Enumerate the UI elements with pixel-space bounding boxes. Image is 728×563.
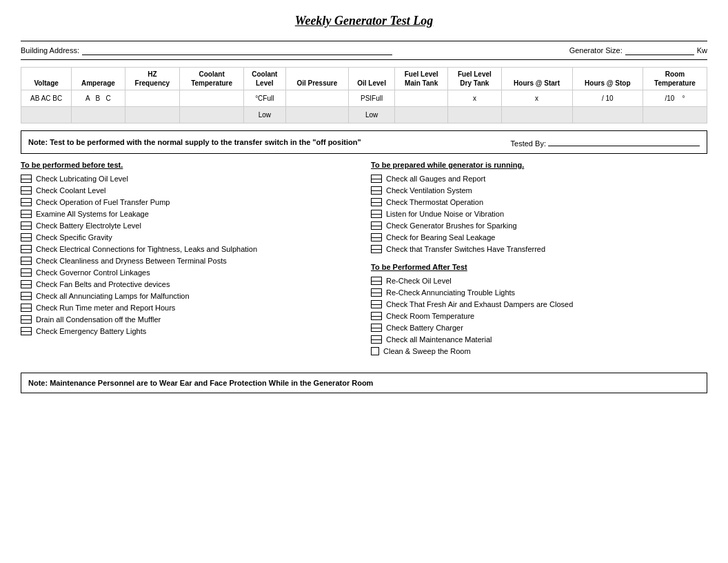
item-thermostat-operation: Check Thermostat Operation (371, 198, 707, 206)
checkbox-emergency-battery-lights[interactable] (21, 327, 32, 335)
item-generator-brushes: Check Generator Brushes for Sparking (371, 221, 707, 230)
item-clean-sweep: Clean & Sweep the Room (371, 347, 707, 355)
item-fan-belts-label: Check Fan Belts and Protective devices (36, 280, 170, 288)
checkbox-room-temperature[interactable] (371, 312, 382, 320)
checkbox-recheck-trouble-lights[interactable] (371, 288, 382, 297)
checkbox-fresh-air-dampers[interactable] (371, 300, 382, 308)
checkbox-run-time-meter[interactable] (21, 304, 32, 312)
r2-fuel-dry[interactable] (448, 107, 501, 124)
r2-coolant-temp[interactable] (180, 107, 244, 124)
checkbox-thermostat-operation[interactable] (371, 198, 382, 206)
item-noise-vibration-label: Listen for Undue Noise or Vibration (386, 210, 504, 218)
col-voltage: Voltage (21, 68, 72, 90)
checkbox-ventilation-system[interactable] (371, 186, 382, 195)
r1-hours-stop[interactable]: / 10 (572, 90, 643, 107)
checkbox-transfer-switches[interactable] (371, 245, 382, 253)
checkbox-coolant-level[interactable] (21, 186, 32, 195)
item-condensation-label: Drain all Condensation off the Muffler (36, 315, 161, 324)
item-clean-sweep-label: Clean & Sweep the Room (383, 347, 471, 355)
during-test-title: To be prepared while generator is runnin… (371, 161, 707, 169)
bottom-note-text: Note: Maintenance Personnel are to Wear … (28, 379, 373, 387)
item-electrical-connections: Check Electrical Connections for Tightne… (21, 245, 357, 253)
r1-oil-level[interactable]: PSIFull (349, 90, 395, 107)
page-title: Weekly Generator Test Log (21, 14, 707, 28)
checkbox-gauges-report[interactable] (371, 175, 382, 183)
item-ventilation-system: Check Ventilation System (371, 186, 707, 195)
r1-hours-start[interactable]: x (501, 90, 572, 107)
checkbox-specific-gravity[interactable] (21, 233, 32, 241)
col-coolant-temp: CoolantTemperature (180, 68, 244, 90)
col-hours-start: Hours @ Start (501, 68, 572, 90)
item-bearing-seal: Check for Bearing Seal Leakage (371, 233, 707, 241)
checkbox-battery-charger[interactable] (371, 324, 382, 332)
r1-oil-pressure[interactable] (285, 90, 349, 107)
r1-room-temp[interactable]: /10 ° (643, 90, 707, 107)
note-row: Note: Test to be performed with the norm… (21, 130, 707, 154)
checkbox-systems-leakage[interactable] (21, 210, 32, 218)
r2-voltage[interactable] (21, 107, 72, 124)
checkbox-fuel-transfer-pump[interactable] (21, 198, 32, 206)
checkbox-governor-linkages[interactable] (21, 268, 32, 277)
r2-hours-start[interactable] (501, 107, 572, 124)
r2-hours-stop[interactable] (572, 107, 643, 124)
checkbox-clean-sweep[interactable] (371, 347, 379, 355)
item-noise-vibration: Listen for Undue Noise or Vibration (371, 210, 707, 218)
item-maintenance-material-label: Check all Maintenance Material (386, 335, 492, 344)
r1-coolant-level[interactable]: °CFull (244, 90, 285, 107)
item-run-time-meter-label: Check Run Time meter and Report Hours (36, 304, 175, 312)
column-headers-row: Voltage Amperage HZFrequency CoolantTemp… (21, 68, 707, 90)
r2-oil-pressure[interactable] (285, 107, 349, 124)
generator-size-field[interactable] (625, 46, 694, 55)
r1-fuel-main[interactable] (395, 90, 448, 107)
item-lubricating-oil-label: Check Lubricating Oil Level (36, 175, 128, 183)
checkbox-annunciating-lamps[interactable] (21, 292, 32, 300)
item-governor-linkages-label: Check Governor Control Linkages (36, 268, 150, 277)
checkbox-bearing-seal[interactable] (371, 233, 382, 241)
item-systems-leakage: Examine All Systems for Leakage (21, 210, 357, 218)
col-coolant-level: CoolantLevel (244, 68, 285, 90)
checkbox-battery-electrolyte[interactable] (21, 221, 32, 230)
item-room-temperature: Check Room Temperature (371, 312, 707, 320)
r2-amperage[interactable] (72, 107, 125, 124)
tested-by-field[interactable] (548, 137, 700, 146)
checkbox-noise-vibration[interactable] (371, 210, 382, 218)
checkbox-recheck-oil[interactable] (371, 277, 382, 285)
r2-room-temp[interactable] (643, 107, 707, 124)
item-condensation: Drain all Condensation off the Muffler (21, 315, 357, 324)
checkbox-cleanliness[interactable] (21, 257, 32, 265)
col-hours-stop: Hours @ Stop (572, 68, 643, 90)
r1-voltage[interactable]: AB AC BC (21, 90, 72, 107)
r1-hz[interactable] (125, 90, 180, 107)
item-annunciating-lamps: Check all Annunciating Lamps for Malfunc… (21, 292, 357, 300)
item-recheck-oil-label: Re-Check Oil Level (386, 277, 452, 285)
tested-by-label: Tested By: (511, 139, 546, 148)
item-cleanliness-label: Check Cleanliness and Dryness Between Te… (36, 257, 227, 265)
checkbox-condensation[interactable] (21, 315, 32, 324)
building-address-field[interactable] (82, 46, 392, 55)
r1-amperage[interactable]: A B C (72, 90, 125, 107)
col-fuel-main: Fuel LevelMain Tank (395, 68, 448, 90)
checkbox-generator-brushes[interactable] (371, 221, 382, 230)
checkbox-lubricating-oil[interactable] (21, 175, 32, 183)
item-fuel-transfer-pump: Check Operation of Fuel Transfer Pump (21, 198, 357, 206)
generator-size-unit: Kw (697, 46, 707, 55)
checkbox-maintenance-material[interactable] (371, 335, 382, 344)
r2-fuel-main[interactable] (395, 107, 448, 124)
col-oil-pressure: Oil Pressure (285, 68, 349, 90)
item-generator-brushes-label: Check Generator Brushes for Sparking (386, 221, 517, 230)
item-thermostat-operation-label: Check Thermostat Operation (386, 198, 483, 206)
r2-hz[interactable] (125, 107, 180, 124)
generator-size: Generator Size: Kw (569, 46, 707, 55)
r2-oil-level[interactable]: Low (349, 107, 395, 124)
item-lubricating-oil: Check Lubricating Oil Level (21, 175, 357, 183)
item-recheck-oil: Re-Check Oil Level (371, 277, 707, 285)
checkbox-electrical-connections[interactable] (21, 245, 32, 253)
r1-coolant-temp[interactable] (180, 90, 244, 107)
item-battery-electrolyte-label: Check Battery Electrolyte Level (36, 221, 141, 230)
checkbox-fan-belts[interactable] (21, 280, 32, 288)
item-room-temperature-label: Check Room Temperature (386, 312, 474, 320)
tested-by: Tested By: (511, 137, 700, 148)
r2-coolant-level[interactable]: Low (244, 107, 285, 124)
r1-fuel-dry[interactable]: x (448, 90, 501, 107)
item-electrical-connections-label: Check Electrical Connections for Tightne… (36, 245, 257, 253)
